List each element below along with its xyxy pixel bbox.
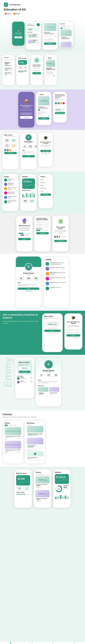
large-profile-phone: E Emmy Elsner UX Designer 12 Courses <box>16 256 41 308</box>
activity-phone: Activity Tom liked your course 2 min ago <box>2 174 19 211</box>
figma-badge: Figma <box>4 12 12 15</box>
ideas-phone: What creates space and opportunities to … <box>53 92 67 123</box>
hero-phones: 📚 Learn Eden Education platform for all … <box>0 19 85 52</box>
onboarding-phones: Classes Search... Designing an eCommerce… <box>2 54 29 86</box>
row6-profile-activity: E Emmy Elsner UX Designer 12 Courses <box>0 254 85 311</box>
tool-badges: Figma Sketch <box>4 12 81 15</box>
hero-phone-4: Classes 🔍 Search here... All Design Dev … <box>59 21 73 47</box>
hero-phone-3: Course Banner Designing an eCommerce web… <box>42 21 58 50</box>
emmy-watermark: Emmy <box>2 357 13 388</box>
hero-phone-2: Hi Emmy Welcome back! Total Balance $1,4… <box>26 21 41 50</box>
sketch-icon <box>14 13 15 14</box>
hi-emmy-phone: Hi Emmy Welcome back! Total Balance $1,4… <box>16 54 29 86</box>
row4-teal: Activity Tom liked your course 2 min ago <box>0 172 85 213</box>
refer-friend-phone: Refer a Friend Share and earn $20 per re… <box>15 357 34 399</box>
kit-title: Education UI Kit <box>4 8 81 12</box>
header-section: LN LEARNEDEN Education UI Kit Figma Sket… <box>0 0 85 19</box>
footer-stats-phone: Statistics Total Earnings $1,240.45 <box>53 469 71 508</box>
hero-phone-1: 📚 Learn Eden Education platform for all … <box>12 21 25 46</box>
onboarding-group: 🏪 What should we call your store? Give y… <box>30 54 57 86</box>
row7-join-refer: Join a community of teachers & students … <box>0 311 85 355</box>
row1: Classes Search... Designing an eCommerce… <box>0 52 85 90</box>
row3: Make a future Start your learning journe… <box>0 130 85 172</box>
all-set-phone: ✅ You're all set, Emmy! Start sharing yo… <box>52 216 69 252</box>
classes-phone: Classes Search... Designing an eCommerce… <box>2 54 15 86</box>
statistics-phone: Statistics Total Earnings $1,240.45 Mont… <box>20 174 37 211</box>
row2-purple: 📦 What should we call your store? Choose… <box>0 90 85 130</box>
secrets-phone: 🔮 What Secrets you? Tell us about your s… <box>16 216 33 252</box>
row5-onboarding: 🔮 What Secrets you? Tell us about your s… <box>0 213 85 254</box>
refer-phone: Refer a Friend Invite your friends and e… <box>42 313 63 352</box>
footer-hi-emmy: Hi Emmy Welcome back! Total Balance $1,4… <box>14 469 32 508</box>
emmy-section: Emmy Refer a Friend Share and earn $20 p… <box>0 355 85 410</box>
large-activity-phone: Activity Tom Wilson liked your course "D… <box>44 256 69 308</box>
emmy-big-profile: E Emmy Elsner UX Designer 12 Courses <box>36 357 62 406</box>
design-phone-2: ← Course Designing an eCommerce website … <box>36 92 52 125</box>
main-content: Classes Search... Designing an eCommerce… <box>0 52 85 510</box>
course-content-phone: ← Course Details Designing an eCommerce … <box>44 54 57 86</box>
brand-logo: LN <box>4 2 8 7</box>
footer-screens: Hi Emmy Welcome back! Total Balance $1,4… <box>0 466 85 510</box>
purple-phone-1: 📦 What should we call your store? Choose… <box>18 92 35 128</box>
courses-feature-section: Courses Features courses view for both t… <box>0 410 85 466</box>
sketch-badge: Sketch <box>13 12 21 15</box>
svg-text:65%: 65% <box>58 488 60 490</box>
store-name-phone: 🏪 What should we call your store? Give y… <box>30 54 43 86</box>
svg-point-0 <box>63 479 64 480</box>
make-future-phone: Make a future Start your learning journe… <box>2 132 19 170</box>
classes-list-phone: Classes All Design Dev Designing an eCom… <box>2 420 23 464</box>
join-teacher-phone: 🎓 Join Learn Eden as a Teacher Share you… <box>38 132 53 167</box>
figma-icon <box>5 13 6 14</box>
brand-name: LEARNEDEN <box>9 4 21 6</box>
my-courses-phone: My Classes In Progress Designing an eCom… <box>25 420 45 464</box>
join-eden-phone: 🎓 Join Learn Eden as a Teacher Start tea… <box>64 313 83 350</box>
footer-classes-phone: Classes 🔍 Search classes... Designing an… <box>33 469 52 508</box>
brand-row: LN LEARNEDEN <box>4 2 81 7</box>
emmy-profile-phone: E Emmy Elsner UX Designer 12 Courses 1.2… <box>20 132 37 170</box>
settings-phone: Settings Account › Notifications › Priva… <box>38 174 53 209</box>
page-root: LN LEARNEDEN Education UI Kit Figma Sket… <box>0 0 85 510</box>
fill-profile-phone: 11 posts and many ways join us payment F… <box>34 216 51 252</box>
